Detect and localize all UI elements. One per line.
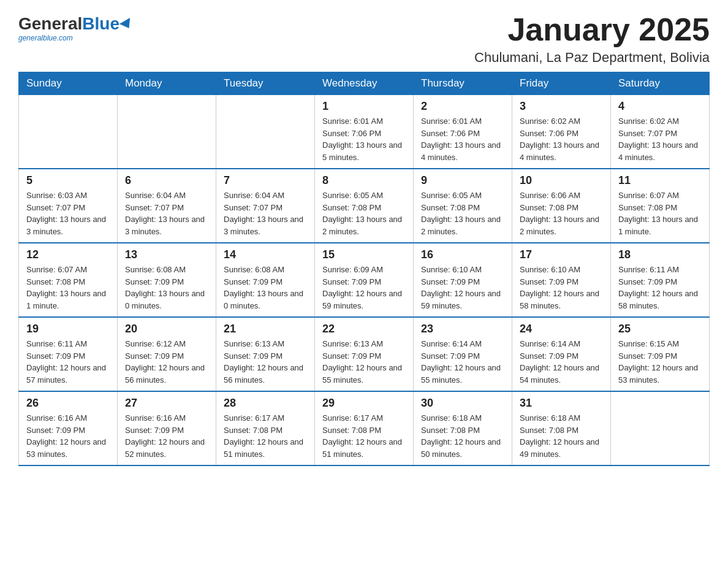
day-number: 17 [520, 248, 603, 261]
header-day-tuesday: Tuesday [216, 72, 315, 95]
calendar-cell: 23Sunrise: 6:14 AM Sunset: 7:09 PM Dayli… [414, 317, 512, 391]
day-info: Sunrise: 6:17 AM Sunset: 7:08 PM Dayligh… [322, 412, 406, 460]
calendar-cell [216, 95, 315, 169]
calendar-body: 1Sunrise: 6:01 AM Sunset: 7:06 PM Daylig… [19, 95, 710, 466]
calendar-cell: 28Sunrise: 6:17 AM Sunset: 7:08 PM Dayli… [216, 391, 315, 465]
day-info: Sunrise: 6:08 AM Sunset: 7:09 PM Dayligh… [125, 264, 208, 312]
header-day-wednesday: Wednesday [315, 72, 414, 95]
day-number: 24 [520, 323, 603, 335]
day-number: 29 [322, 397, 406, 410]
day-number: 22 [322, 323, 406, 335]
day-info: Sunrise: 6:18 AM Sunset: 7:08 PM Dayligh… [421, 412, 504, 460]
logo-wordmark: GeneralBlue [18, 15, 133, 33]
day-number: 13 [125, 248, 208, 261]
day-info: Sunrise: 6:07 AM Sunset: 7:08 PM Dayligh… [26, 264, 110, 312]
day-number: 28 [224, 397, 307, 410]
logo-triangle-icon [119, 18, 134, 31]
day-number: 12 [26, 248, 110, 261]
day-number: 1 [322, 100, 406, 113]
day-info: Sunrise: 6:03 AM Sunset: 7:07 PM Dayligh… [26, 190, 110, 237]
day-info: Sunrise: 6:05 AM Sunset: 7:08 PM Dayligh… [322, 190, 406, 237]
calendar-cell: 14Sunrise: 6:08 AM Sunset: 7:09 PM Dayli… [216, 243, 315, 317]
day-number: 6 [125, 174, 208, 187]
day-number: 8 [322, 174, 406, 187]
logo-general-text: General [18, 15, 82, 33]
day-info: Sunrise: 6:02 AM Sunset: 7:06 PM Dayligh… [520, 115, 603, 163]
calendar-cell: 5Sunrise: 6:03 AM Sunset: 7:07 PM Daylig… [19, 169, 118, 243]
calendar-cell: 29Sunrise: 6:17 AM Sunset: 7:08 PM Dayli… [315, 391, 414, 465]
week-row-5: 26Sunrise: 6:16 AM Sunset: 7:09 PM Dayli… [19, 391, 710, 465]
day-number: 11 [618, 174, 702, 187]
week-row-3: 12Sunrise: 6:07 AM Sunset: 7:08 PM Dayli… [19, 243, 710, 317]
calendar-cell: 13Sunrise: 6:08 AM Sunset: 7:09 PM Dayli… [118, 243, 216, 317]
day-number: 4 [618, 100, 702, 113]
calendar-cell: 22Sunrise: 6:13 AM Sunset: 7:09 PM Dayli… [315, 317, 414, 391]
header-day-sunday: Sunday [19, 72, 118, 95]
week-row-2: 5Sunrise: 6:03 AM Sunset: 7:07 PM Daylig… [19, 169, 710, 243]
day-number: 30 [421, 397, 504, 410]
logo-tagline: generalblue.com [18, 34, 73, 42]
header-row: SundayMondayTuesdayWednesdayThursdayFrid… [19, 72, 710, 95]
day-info: Sunrise: 6:12 AM Sunset: 7:09 PM Dayligh… [125, 338, 208, 386]
calendar-cell: 8Sunrise: 6:05 AM Sunset: 7:08 PM Daylig… [315, 169, 414, 243]
day-number: 9 [421, 174, 504, 187]
day-info: Sunrise: 6:15 AM Sunset: 7:09 PM Dayligh… [618, 338, 702, 386]
day-number: 20 [125, 323, 208, 335]
day-info: Sunrise: 6:02 AM Sunset: 7:07 PM Dayligh… [618, 115, 702, 163]
day-number: 26 [26, 397, 110, 410]
calendar-subtitle: Chulumani, La Paz Department, Bolivia [474, 50, 710, 66]
day-number: 23 [421, 323, 504, 335]
calendar-cell: 25Sunrise: 6:15 AM Sunset: 7:09 PM Dayli… [611, 317, 710, 391]
logo-blue-text: Blue [82, 15, 119, 33]
calendar-cell: 4Sunrise: 6:02 AM Sunset: 7:07 PM Daylig… [611, 95, 710, 169]
day-number: 5 [26, 174, 110, 187]
calendar-header: SundayMondayTuesdayWednesdayThursdayFrid… [19, 72, 710, 95]
day-info: Sunrise: 6:08 AM Sunset: 7:09 PM Dayligh… [224, 264, 307, 312]
calendar-cell: 17Sunrise: 6:10 AM Sunset: 7:09 PM Dayli… [512, 243, 611, 317]
day-number: 19 [26, 323, 110, 335]
calendar-cell [118, 95, 216, 169]
calendar-cell: 7Sunrise: 6:04 AM Sunset: 7:07 PM Daylig… [216, 169, 315, 243]
day-number: 21 [224, 323, 307, 335]
header-day-saturday: Saturday [611, 72, 710, 95]
calendar-cell: 6Sunrise: 6:04 AM Sunset: 7:07 PM Daylig… [118, 169, 216, 243]
day-info: Sunrise: 6:16 AM Sunset: 7:09 PM Dayligh… [125, 412, 208, 460]
day-number: 18 [618, 248, 702, 261]
day-info: Sunrise: 6:14 AM Sunset: 7:09 PM Dayligh… [520, 338, 603, 386]
calendar-cell: 10Sunrise: 6:06 AM Sunset: 7:08 PM Dayli… [512, 169, 611, 243]
day-info: Sunrise: 6:10 AM Sunset: 7:09 PM Dayligh… [520, 264, 603, 312]
calendar-cell: 30Sunrise: 6:18 AM Sunset: 7:08 PM Dayli… [414, 391, 512, 465]
day-info: Sunrise: 6:01 AM Sunset: 7:06 PM Dayligh… [322, 115, 406, 163]
header-day-friday: Friday [512, 72, 611, 95]
calendar-cell: 19Sunrise: 6:11 AM Sunset: 7:09 PM Dayli… [19, 317, 118, 391]
day-info: Sunrise: 6:10 AM Sunset: 7:09 PM Dayligh… [421, 264, 504, 312]
title-area: January 2025 Chulumani, La Paz Departmen… [474, 12, 710, 66]
day-info: Sunrise: 6:01 AM Sunset: 7:06 PM Dayligh… [421, 115, 504, 163]
day-number: 3 [520, 100, 603, 113]
calendar-title: January 2025 [474, 12, 710, 47]
calendar-cell: 12Sunrise: 6:07 AM Sunset: 7:08 PM Dayli… [19, 243, 118, 317]
day-info: Sunrise: 6:04 AM Sunset: 7:07 PM Dayligh… [224, 190, 307, 237]
calendar-cell: 24Sunrise: 6:14 AM Sunset: 7:09 PM Dayli… [512, 317, 611, 391]
day-number: 31 [520, 397, 603, 410]
page-header: GeneralBlue generalblue.com January 2025… [18, 12, 710, 66]
day-info: Sunrise: 6:13 AM Sunset: 7:09 PM Dayligh… [322, 338, 406, 386]
day-info: Sunrise: 6:16 AM Sunset: 7:09 PM Dayligh… [26, 412, 110, 460]
day-number: 14 [224, 248, 307, 261]
day-info: Sunrise: 6:17 AM Sunset: 7:08 PM Dayligh… [224, 412, 307, 460]
header-day-monday: Monday [118, 72, 216, 95]
day-number: 15 [322, 248, 406, 261]
calendar-cell: 9Sunrise: 6:05 AM Sunset: 7:08 PM Daylig… [414, 169, 512, 243]
week-row-1: 1Sunrise: 6:01 AM Sunset: 7:06 PM Daylig… [19, 95, 710, 169]
day-number: 25 [618, 323, 702, 335]
calendar-cell: 21Sunrise: 6:13 AM Sunset: 7:09 PM Dayli… [216, 317, 315, 391]
day-info: Sunrise: 6:14 AM Sunset: 7:09 PM Dayligh… [421, 338, 504, 386]
day-info: Sunrise: 6:13 AM Sunset: 7:09 PM Dayligh… [224, 338, 307, 386]
calendar-cell: 20Sunrise: 6:12 AM Sunset: 7:09 PM Dayli… [118, 317, 216, 391]
calendar-cell: 27Sunrise: 6:16 AM Sunset: 7:09 PM Dayli… [118, 391, 216, 465]
day-number: 16 [421, 248, 504, 261]
day-info: Sunrise: 6:11 AM Sunset: 7:09 PM Dayligh… [26, 338, 110, 386]
day-info: Sunrise: 6:11 AM Sunset: 7:09 PM Dayligh… [618, 264, 702, 312]
day-number: 7 [224, 174, 307, 187]
day-number: 10 [520, 174, 603, 187]
